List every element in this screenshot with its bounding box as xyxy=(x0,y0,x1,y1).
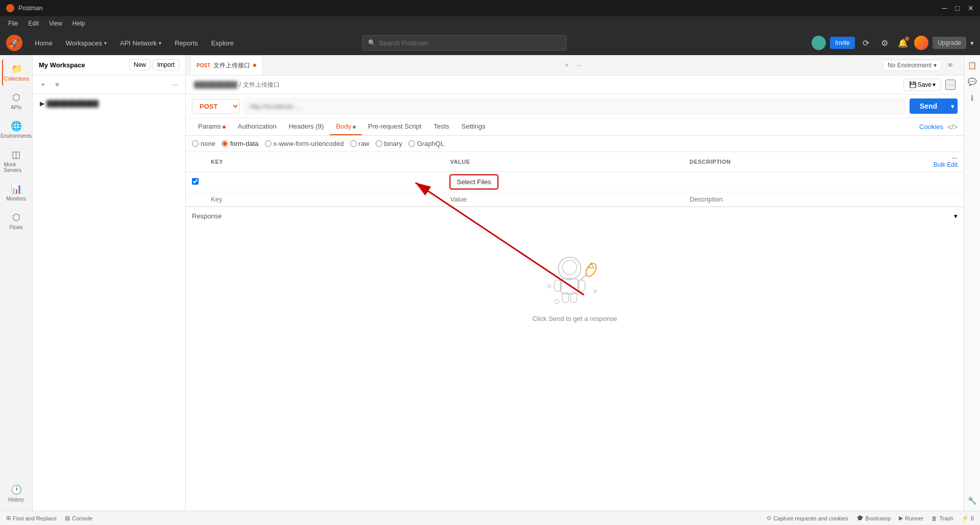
import-button[interactable]: Import xyxy=(153,59,179,70)
upgrade-button[interactable]: Upgrade xyxy=(933,37,966,49)
flows-icon: ⬡ xyxy=(12,212,20,223)
console-item[interactable]: ▤ Console xyxy=(65,515,92,521)
search-bar[interactable]: 🔍 xyxy=(362,35,567,51)
svg-point-10 xyxy=(584,262,598,278)
code-snippet-icon[interactable]: </> xyxy=(947,122,958,132)
more-tabs-icon[interactable]: ··· xyxy=(574,60,584,70)
lightning-item[interactable]: ⚡ 8 xyxy=(962,515,974,521)
key-empty-input[interactable] xyxy=(211,195,438,203)
more-table-icon[interactable]: ··· xyxy=(952,155,958,161)
desc-empty-input[interactable] xyxy=(690,195,917,203)
sidebar-item-environments[interactable]: 🌐 Environments xyxy=(2,116,31,143)
add-tab-icon[interactable]: + xyxy=(562,60,572,70)
close-button[interactable]: ✕ xyxy=(968,4,974,12)
runner-item[interactable]: ▶ Runner xyxy=(899,515,923,521)
sidebar-item-flows-label: Flows xyxy=(9,224,22,230)
body-type-urlencoded[interactable]: x-www-form-urlencoded xyxy=(265,140,344,147)
tabbar: POST 文件上传接口 + ··· No Environment ▾ 👁 xyxy=(186,55,964,76)
environment-chevron-icon: ▾ xyxy=(934,62,937,69)
menu-view[interactable]: View xyxy=(45,19,66,28)
desc-col-header: DESCRIPTION xyxy=(683,152,923,172)
sidebar-item-monitors[interactable]: 📊 Monitors xyxy=(2,179,31,206)
environment-settings-icon[interactable]: 👁 xyxy=(945,60,955,70)
empty-desc-cell[interactable] xyxy=(683,192,923,207)
select-files-button[interactable]: Select Files xyxy=(450,175,498,189)
right-panel-wrench-icon[interactable]: 🔧 xyxy=(966,494,978,507)
right-panel-comments-icon[interactable]: 💬 xyxy=(966,76,978,88)
tab-pre-request[interactable]: Pre-request Script xyxy=(362,118,428,135)
row-checkbox[interactable] xyxy=(192,178,199,185)
nav-right: Invite ⟳ ⚙ 🔔 Upgrade ▾ xyxy=(812,36,974,50)
environment-selector[interactable]: No Environment ▾ xyxy=(883,60,941,71)
tab-params[interactable]: Params xyxy=(192,118,232,135)
add-collection-icon[interactable]: + xyxy=(37,78,49,90)
menu-help[interactable]: Help xyxy=(68,19,89,28)
capture-item[interactable]: ⊙ Capture requests and cookies xyxy=(767,515,848,521)
sidebar-item-environments-label: Environments xyxy=(1,133,32,139)
empty-key-cell[interactable] xyxy=(205,192,444,207)
find-replace-label: Find and Replace xyxy=(13,515,57,521)
window-controls[interactable]: ─ □ ✕ xyxy=(942,4,974,12)
new-button[interactable]: New xyxy=(129,59,151,70)
invite-button[interactable]: Invite xyxy=(830,37,855,49)
trash-item[interactable]: 🗑 Trash xyxy=(932,515,953,521)
capture-icon: ⊙ xyxy=(767,515,771,521)
nav-reports[interactable]: Reports xyxy=(168,36,204,50)
body-type-form-data[interactable]: form-data xyxy=(222,140,259,147)
tab-tests[interactable]: Tests xyxy=(428,118,455,135)
nav-workspaces[interactable]: Workspaces ▾ xyxy=(60,36,113,50)
sidebar-item-flows[interactable]: ⬡ Flows xyxy=(2,208,31,234)
lightning-icon: ⚡ xyxy=(962,515,969,521)
body-type-raw[interactable]: raw xyxy=(350,140,370,147)
request-tab-active[interactable]: POST 文件上传接口 xyxy=(190,55,263,75)
sort-collections-icon[interactable]: ≡ xyxy=(51,78,63,90)
upgrade-dropdown-icon[interactable]: ▾ xyxy=(970,39,974,47)
avatar xyxy=(812,36,826,50)
more-actions-icon[interactable]: ··· xyxy=(945,80,955,90)
body-type-binary[interactable]: binary xyxy=(376,140,402,147)
settings-icon[interactable]: ⚙ xyxy=(877,36,892,50)
right-panel-info-icon[interactable]: ℹ xyxy=(966,92,978,104)
method-select[interactable]: POST GET PUT DELETE xyxy=(192,99,240,114)
tab-authorization[interactable]: Authorization xyxy=(232,118,283,135)
send-button[interactable]: Send xyxy=(910,98,947,114)
body-type-graphql[interactable]: GraphQL xyxy=(408,140,444,147)
minimize-button[interactable]: ─ xyxy=(942,4,947,12)
value-cell[interactable]: Select Files xyxy=(444,172,683,192)
cookies-link[interactable]: Cookies xyxy=(919,123,943,131)
menu-edit[interactable]: Edit xyxy=(24,19,43,28)
nav-home[interactable]: Home xyxy=(29,36,59,50)
nav-api-network[interactable]: API Network ▾ xyxy=(114,36,167,50)
sync-icon[interactable]: ⟳ xyxy=(859,36,873,50)
menu-file[interactable]: File xyxy=(4,19,22,28)
bootcamp-item[interactable]: 🎓 Bootcamp xyxy=(856,515,891,521)
desc-cell xyxy=(683,172,923,192)
sidebar-item-apis[interactable]: ⬡ APIs xyxy=(2,88,31,114)
key-col-header: KEY xyxy=(205,152,444,172)
tab-settings[interactable]: Settings xyxy=(455,118,492,135)
value-empty-input[interactable] xyxy=(450,195,677,203)
search-input[interactable] xyxy=(379,39,561,47)
response-header[interactable]: Response ▾ xyxy=(186,207,964,225)
user-avatar[interactable] xyxy=(914,36,928,50)
tab-headers[interactable]: Headers (9) xyxy=(283,118,330,135)
bulk-edit-button[interactable]: Bulk Edit xyxy=(934,161,958,168)
save-icon: 💾 xyxy=(909,81,917,88)
empty-value-cell[interactable] xyxy=(444,192,683,207)
nav-explore[interactable]: Explore xyxy=(205,36,240,50)
maximize-button[interactable]: □ xyxy=(955,4,960,12)
right-panel-build-icon[interactable]: 📋 xyxy=(966,59,978,71)
sidebar-item-history[interactable]: 🕐 History xyxy=(2,480,31,507)
tab-body[interactable]: Body xyxy=(330,118,362,135)
find-replace-item[interactable]: ⊞ Find and Replace xyxy=(6,515,57,521)
more-options-icon[interactable]: ··· xyxy=(169,78,181,90)
notifications-icon[interactable]: 🔔 xyxy=(896,36,910,50)
send-dropdown-icon[interactable]: ▾ xyxy=(947,98,958,114)
collection-tree-item[interactable]: ▶ ████████████ xyxy=(37,98,181,109)
row-checkbox-cell[interactable] xyxy=(186,172,205,192)
sidebar-item-mock-servers[interactable]: ◫ Mock Servers xyxy=(2,145,31,177)
url-input[interactable] xyxy=(244,99,905,114)
sidebar-item-collections[interactable]: 📁 Collections xyxy=(2,59,31,86)
save-button[interactable]: 💾 Save ▾ xyxy=(903,79,941,91)
body-type-none[interactable]: none xyxy=(192,140,215,147)
